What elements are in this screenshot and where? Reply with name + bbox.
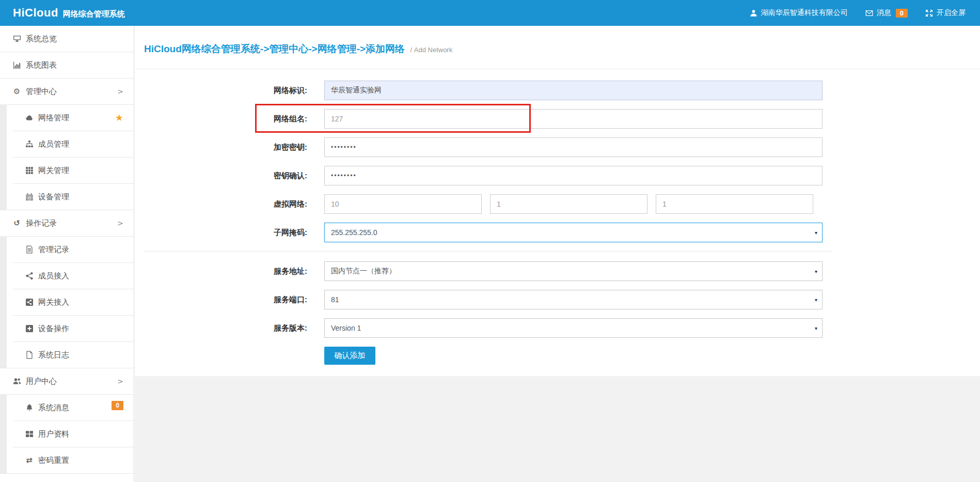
service-address-value: 国内节点一（推荐） bbox=[331, 267, 396, 276]
sidebar-item-label: 系统图表 bbox=[26, 60, 57, 70]
star-icon: ★ bbox=[115, 113, 123, 122]
group-name-label: 网络组名: bbox=[135, 114, 307, 124]
sidebar-item-system-overview[interactable]: 系统总览 bbox=[0, 26, 134, 52]
service-version-label: 服务版本: bbox=[135, 323, 307, 333]
key-confirm-field[interactable] bbox=[324, 166, 823, 185]
network-id-field bbox=[324, 81, 823, 100]
sidebar-item-user-profile[interactable]: 用户资料 bbox=[0, 421, 134, 447]
key-confirm-label: 密钥确认: bbox=[135, 171, 307, 181]
main-content: HiCloud网络综合管理系统->管理中心->网络管理->添加网络 / Add … bbox=[135, 26, 980, 482]
sidebar-item-label: 系统日志 bbox=[38, 350, 69, 360]
sidebar-item-label: 网络管理 bbox=[38, 113, 69, 123]
virtual-network-field-3[interactable] bbox=[656, 194, 813, 214]
desktop-icon bbox=[12, 35, 21, 43]
sidebar-item-label: 系统消息 bbox=[38, 403, 69, 413]
service-port-select[interactable]: 81 ▾ bbox=[324, 290, 823, 309]
app-logo: HiCloud 网络综合管理系统 bbox=[0, 6, 125, 20]
sidebar-item-label: 成员管理 bbox=[38, 139, 69, 149]
subnet-mask-select[interactable]: 255.255.255.0 ▾ bbox=[324, 223, 823, 242]
service-version-value: Version 1 bbox=[331, 324, 361, 332]
bell-icon bbox=[25, 403, 34, 412]
sidebar-item-device-management[interactable]: 设备管理 bbox=[0, 184, 134, 210]
file-text-icon bbox=[25, 245, 34, 254]
messages-count-badge: 0 bbox=[896, 9, 908, 18]
sidebar-count-badge: 0 bbox=[112, 401, 123, 410]
company-account-menu[interactable]: 湖南华辰智通科技有限公司 bbox=[750, 8, 848, 18]
sidebar-nav: 系统总览系统图表⚙管理中心>网络管理★成员管理网关管理设备管理↺操作记录>管理记… bbox=[0, 26, 134, 482]
sidebar-item-logout[interactable]: 注销 bbox=[0, 474, 134, 482]
sidebar-item-gateway-management[interactable]: 网关管理 bbox=[0, 158, 134, 183]
sidebar-item-gateway-access[interactable]: 网关接入 bbox=[0, 289, 134, 315]
network-id-label: 网络标识: bbox=[135, 86, 307, 96]
history-icon: ↺ bbox=[12, 219, 21, 228]
grid-icon bbox=[25, 166, 34, 175]
encryption-key-field[interactable] bbox=[324, 137, 823, 157]
subnet-mask-value: 255.255.255.0 bbox=[331, 228, 377, 237]
logo-suffix-text: 网络综合管理系统 bbox=[63, 9, 125, 19]
sidebar-item-operation-records[interactable]: ↺操作记录> bbox=[0, 210, 134, 236]
sidebar-item-label: 管理记录 bbox=[38, 245, 69, 255]
sidebar-item-label: 网关管理 bbox=[38, 166, 69, 176]
calendar-icon bbox=[25, 193, 34, 201]
share-icon bbox=[25, 272, 34, 281]
cloud-icon bbox=[25, 114, 34, 122]
confirm-add-button[interactable]: 确认添加 bbox=[324, 347, 375, 365]
sidebar-item-label: 成员接入 bbox=[38, 271, 69, 281]
breadcrumb-subtitle: / Add Network bbox=[410, 46, 453, 54]
sidebar-item-user-center[interactable]: 用户中心> bbox=[0, 368, 134, 394]
caret-down-icon: ▾ bbox=[815, 269, 817, 274]
sidebar-item-label: 网关接入 bbox=[38, 298, 69, 307]
sidebar-item-label: 操作记录 bbox=[26, 219, 57, 228]
virtual-network-field-1[interactable] bbox=[324, 194, 482, 214]
sidebar-item-system-logs[interactable]: 系统日志 bbox=[0, 342, 134, 368]
sidebar-item-label: 设备管理 bbox=[38, 192, 69, 202]
fullscreen-button[interactable]: 开启全屏 bbox=[925, 8, 966, 18]
sidebar-item-member-access[interactable]: 成员接入 bbox=[0, 263, 134, 289]
chevron-right-icon: > bbox=[117, 377, 123, 385]
sidebar-item-label: 用户资料 bbox=[38, 429, 69, 439]
chart-icon bbox=[12, 61, 21, 70]
service-port-value: 81 bbox=[331, 296, 339, 304]
sidebar-item-member-management[interactable]: 成员管理 bbox=[0, 131, 134, 157]
caret-down-icon: ▾ bbox=[815, 230, 817, 236]
service-address-label: 服务地址: bbox=[135, 267, 307, 276]
group-name-field[interactable] bbox=[324, 109, 823, 129]
fullscreen-label: 开启全屏 bbox=[937, 8, 966, 18]
messages-button[interactable]: 消息 0 bbox=[865, 8, 908, 18]
company-name: 湖南华辰智通科技有限公司 bbox=[761, 8, 848, 18]
subnet-mask-label: 子网掩码: bbox=[135, 228, 307, 238]
plus-square-icon bbox=[25, 324, 34, 333]
sidebar-item-label: 用户中心 bbox=[26, 377, 57, 386]
envelope-icon bbox=[865, 9, 873, 17]
top-header: HiCloud 网络综合管理系统 湖南华辰智通科技有限公司 消息 0 开启全屏 bbox=[0, 0, 980, 26]
messages-label: 消息 bbox=[877, 8, 891, 18]
sidebar-item-device-operations[interactable]: 设备操作 bbox=[0, 316, 134, 341]
fullscreen-icon bbox=[925, 9, 933, 17]
retweet-icon: ⇄ bbox=[25, 456, 34, 465]
breadcrumb-path: HiCloud网络综合管理系统->管理中心->网络管理->添加网络 bbox=[144, 43, 405, 54]
sidebar-item-label: 设备操作 bbox=[38, 324, 69, 334]
encryption-key-label: 加密密钥: bbox=[135, 143, 307, 152]
sidebar-item-system-charts[interactable]: 系统图表 bbox=[0, 52, 134, 78]
sidebar-item-password-reset[interactable]: ⇄密码重置 bbox=[0, 447, 134, 473]
service-port-label: 服务端口: bbox=[135, 295, 307, 305]
sidebar-item-admin-center[interactable]: ⚙管理中心> bbox=[0, 79, 134, 104]
service-version-select[interactable]: Version 1 ▾ bbox=[324, 318, 823, 338]
chevron-right-icon: > bbox=[117, 219, 123, 227]
sidebar-item-system-messages[interactable]: 系统消息0 bbox=[0, 395, 134, 421]
sidebar-item-label: 密码重置 bbox=[38, 456, 69, 465]
virtual-network-field-2[interactable] bbox=[490, 194, 647, 214]
file-icon bbox=[25, 351, 34, 360]
gears-icon: ⚙ bbox=[12, 87, 21, 96]
caret-down-icon: ▾ bbox=[815, 325, 817, 331]
chevron-right-icon: > bbox=[117, 87, 123, 96]
sitemap-icon bbox=[25, 140, 34, 149]
form-divider bbox=[144, 251, 832, 252]
caret-down-icon: ▾ bbox=[815, 297, 817, 303]
add-network-panel: HiCloud网络综合管理系统->管理中心->网络管理->添加网络 / Add … bbox=[135, 26, 980, 376]
logo-text: HiCloud bbox=[13, 6, 58, 20]
service-address-select[interactable]: 国内节点一（推荐） ▾ bbox=[324, 261, 823, 281]
sidebar-item-network-management[interactable]: 网络管理★ bbox=[0, 105, 134, 131]
sidebar-item-admin-records[interactable]: 管理记录 bbox=[0, 237, 134, 262]
share-square-icon bbox=[25, 298, 34, 307]
